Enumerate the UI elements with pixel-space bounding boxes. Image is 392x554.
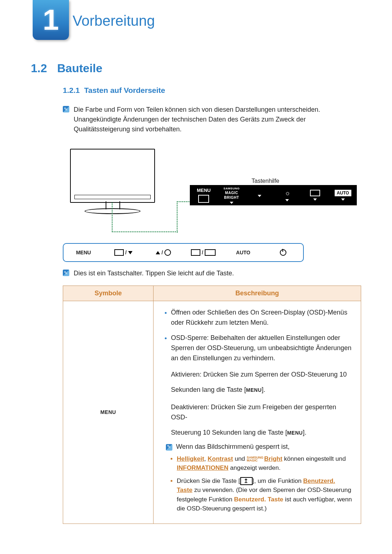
- osd-menu-label: MENU: [197, 188, 211, 193]
- down-arrow-icon: [341, 198, 345, 201]
- brightness-icon: [164, 249, 171, 256]
- symbol-cell-menu: MENU: [63, 301, 154, 524]
- activate-line-a: Aktivieren: Drücken Sie zum Sperren der …: [171, 370, 352, 380]
- pip-icon: [205, 249, 216, 256]
- touch-note: Dies ist ein Tastschalter. Tippen Sie le…: [63, 268, 361, 278]
- slash: /: [125, 250, 127, 255]
- description-list: Öffnen oder Schließen des On Screen-Disp…: [162, 308, 352, 363]
- monitor-outline: [70, 149, 155, 203]
- osd-cell-auto: AUTO: [329, 190, 357, 201]
- section-title: Bauteile: [57, 62, 102, 75]
- down-arrow-icon: [230, 202, 233, 204]
- osd-magic-label: MAGIC: [225, 191, 238, 195]
- slash: /: [202, 250, 203, 255]
- col-header-description: Beschreibung: [154, 286, 361, 301]
- chapter-badge: 1: [33, 0, 69, 40]
- list-item: OSD-Sperre: Beibehalten der aktuellen Ei…: [171, 333, 352, 364]
- monitor-stand-base: [85, 208, 140, 214]
- button-menu-label: MENU: [76, 250, 91, 255]
- osd-auto-label: AUTO: [335, 190, 351, 196]
- link-kontrast[interactable]: Kontrast: [208, 455, 233, 462]
- osd-cell-magicbright: SAMSUNG MAGIC BRIGHT: [218, 187, 246, 204]
- activate-line-b: Sekunden lang die Taste [MENU].: [171, 385, 352, 395]
- front-buttons-diagram: Tastenhilfe MENU SAMSUNG MAGIC BRIGHT ☼: [63, 149, 361, 236]
- button-enter-down: /: [103, 249, 143, 256]
- note-icon: [63, 106, 69, 112]
- link-magicbright[interactable]: Bright: [264, 455, 282, 462]
- custom-key-icon: [240, 477, 253, 485]
- symbol-menu-label: MENU: [100, 409, 116, 415]
- osd-bright-label: BRIGHT: [224, 196, 239, 200]
- table-row: MENU Öffnen oder Schließen des On Screen…: [63, 301, 361, 524]
- up-arrow-icon: [156, 251, 160, 254]
- leader-line: [112, 231, 178, 232]
- menu-icon: [198, 195, 209, 203]
- front-button-strip: MENU / / / AUTO: [63, 243, 304, 262]
- link-informationen[interactable]: INFORMATIONEN: [177, 464, 228, 471]
- button-power: [263, 249, 303, 256]
- list-item: Öffnen oder Schließen des On Screen-Disp…: [171, 308, 352, 328]
- subsection-heading: 1.2.1Tasten auf Vorderseite: [63, 86, 361, 95]
- deactivate-line-b: Steuerung 10 Sekunden lang die Taste [ME…: [171, 428, 352, 438]
- button-up-brightness: /: [143, 249, 183, 256]
- magic-bright-prefix: SAMSUNGMAGIC: [247, 456, 264, 462]
- col-header-symbols: Symbole: [63, 286, 154, 301]
- osd-key-help-bar: MENU SAMSUNG MAGIC BRIGHT ☼ AUTO: [190, 185, 357, 205]
- button-auto-label: AUTO: [236, 250, 250, 255]
- deactivate-line-a: Deaktivieren: Drücken Sie zum Freigeben …: [171, 402, 352, 423]
- leader-line: [177, 201, 177, 233]
- section-heading: 1.2Bauteile: [31, 62, 361, 75]
- link-helligkeit[interactable]: Helligkeit: [177, 455, 204, 462]
- slash: /: [162, 250, 163, 255]
- locked-sub-list: Helligkeit, Kontrast und SAMSUNGMAGICBri…: [162, 454, 352, 513]
- down-arrow-icon: [258, 195, 261, 197]
- source-icon: [310, 190, 320, 196]
- intro-note-text: Die Farbe und Form von Teilen können sic…: [74, 105, 361, 134]
- button-source: /: [183, 249, 223, 256]
- note-icon: [63, 270, 69, 276]
- osd-cell-menu: MENU: [190, 188, 218, 203]
- subsection-number: 1.2.1: [63, 86, 80, 94]
- text-benutzerd-taste: Benutzerd. Taste: [234, 496, 283, 503]
- leader-line: [112, 202, 113, 232]
- osd-brand-label: SAMSUNG: [224, 187, 240, 190]
- down-arrow-icon: [313, 198, 317, 201]
- source-icon: [191, 249, 200, 256]
- chapter-number: 1: [43, 3, 59, 37]
- enter-icon: [114, 249, 124, 256]
- osd-cell-blank1: [245, 193, 273, 197]
- down-arrow-icon: [128, 251, 132, 254]
- list-item: Drücken Sie die Taste [], um die Funktio…: [177, 476, 352, 513]
- brightness-icon: ☼: [285, 189, 290, 197]
- osd-cell-brightness: ☼: [273, 189, 301, 201]
- chapter-title: Vorbereitung: [73, 13, 155, 29]
- locked-note: Wenn das Bildschirmmenü gesperrt ist,: [166, 443, 352, 451]
- touch-note-text: Dies ist ein Tastschalter. Tippen Sie le…: [74, 268, 234, 278]
- description-cell: Öffnen oder Schließen des On Screen-Disp…: [154, 301, 361, 524]
- note-icon: [166, 444, 172, 451]
- menu-key-inline: MENU: [246, 387, 262, 393]
- down-arrow-icon: [285, 199, 289, 201]
- menu-key-inline: MENU: [287, 430, 303, 436]
- locked-intro: Wenn das Bildschirmmenü gesperrt ist,: [176, 443, 290, 451]
- symbols-table: Symbole Beschreibung MENU Öffnen oder Sc…: [63, 286, 361, 524]
- intro-note: Die Farbe und Form von Teilen können sic…: [63, 105, 361, 134]
- button-auto: AUTO: [223, 250, 263, 255]
- osd-cell-source: [301, 190, 329, 201]
- power-icon: [280, 249, 286, 256]
- key-help-label: Tastenhilfe: [252, 178, 279, 184]
- section-number: 1.2: [31, 62, 47, 75]
- list-item: Helligkeit, Kontrast und SAMSUNGMAGICBri…: [177, 454, 352, 473]
- subsection-title: Tasten auf Vorderseite: [84, 86, 165, 94]
- button-menu: MENU: [64, 250, 103, 255]
